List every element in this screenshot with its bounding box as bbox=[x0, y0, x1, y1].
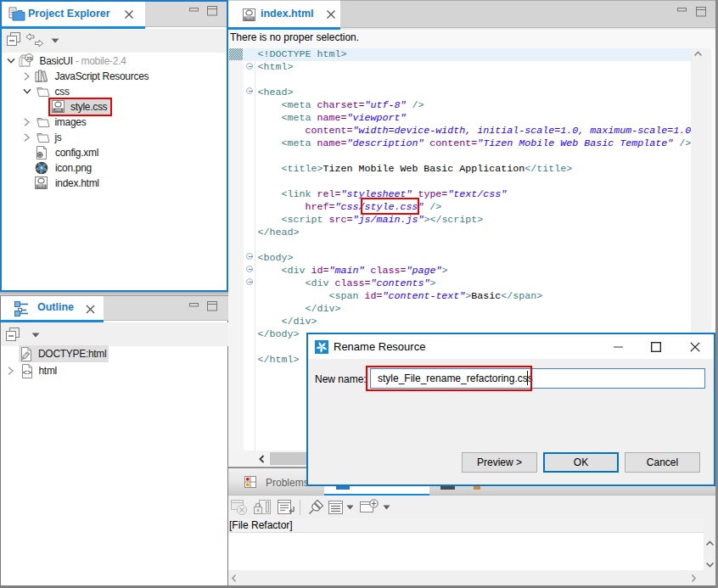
svg-text:html: html bbox=[245, 16, 253, 20]
svg-text:html: html bbox=[37, 184, 45, 188]
svg-text:JS: JS bbox=[26, 55, 33, 61]
svg-text:<>: <> bbox=[23, 368, 32, 377]
